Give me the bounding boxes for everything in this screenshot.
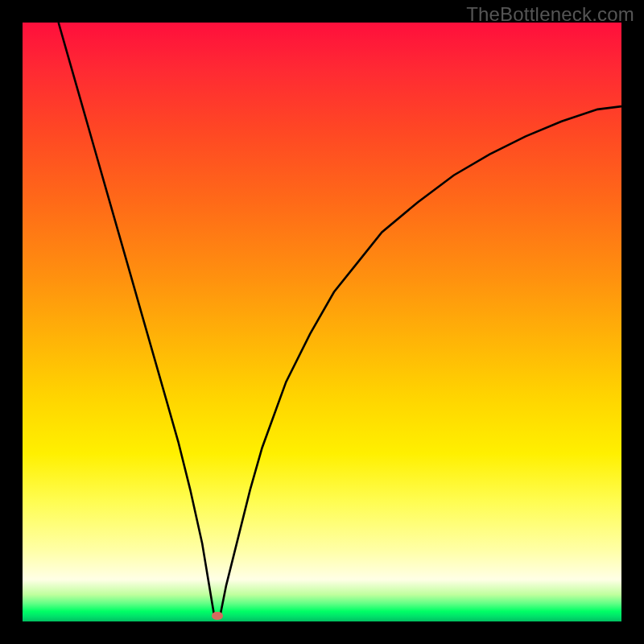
chart-frame: TheBottleneck.com [0, 0, 644, 644]
bottleneck-curve [59, 23, 621, 616]
optimum-marker [212, 612, 223, 620]
curve-svg [23, 23, 621, 621]
watermark-text: TheBottleneck.com [466, 3, 634, 26]
plot-area [23, 23, 621, 621]
